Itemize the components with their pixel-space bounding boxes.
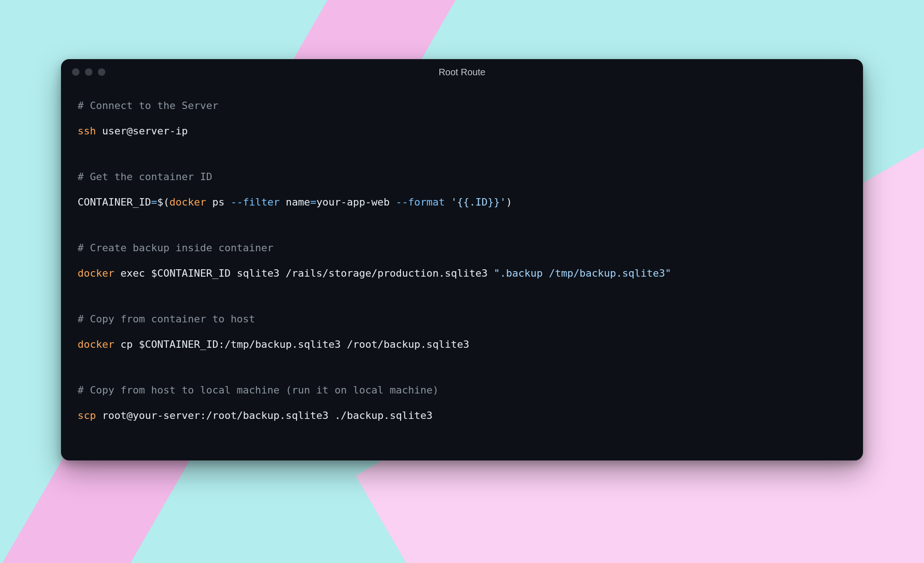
close-dot[interactable]	[72, 68, 79, 76]
variable-ref: $CONTAINER_ID	[151, 267, 231, 279]
variable-ref: $CONTAINER_ID	[139, 339, 218, 350]
command: docker	[78, 267, 114, 279]
equals: =	[310, 196, 316, 208]
string: '{{.ID}}'	[451, 196, 506, 208]
variable-name: CONTAINER_ID	[78, 196, 151, 208]
args: exec	[114, 267, 151, 279]
terminal-window: Root Route # Connect to the Serverssh us…	[61, 59, 863, 460]
args: sqlite3 /rails/storage/production.sqlite…	[231, 267, 494, 279]
minimize-dot[interactable]	[85, 68, 92, 76]
args: cp	[114, 339, 139, 350]
flag: --filter	[231, 196, 280, 208]
args: your-app-web	[316, 196, 396, 208]
args: ps	[206, 196, 231, 208]
args: :/tmp/backup.sqlite3 /root/backup.sqlite…	[219, 339, 469, 350]
equals: =	[151, 196, 157, 208]
args	[445, 196, 451, 208]
comment: # Connect to the Server	[78, 100, 219, 111]
comment: # Copy from container to host	[78, 313, 255, 325]
command: docker	[170, 196, 206, 208]
window-title: Root Route	[61, 67, 863, 78]
subshell-close: )	[506, 196, 512, 208]
command: ssh	[78, 125, 96, 137]
window-controls	[72, 68, 105, 76]
comment: # Create backup inside container	[78, 242, 274, 254]
comment: # Copy from host to local machine (run i…	[78, 384, 438, 396]
comment: # Get the container ID	[78, 171, 212, 182]
titlebar: Root Route	[61, 59, 863, 85]
command: docker	[78, 339, 114, 350]
command: scp	[78, 410, 96, 421]
subshell-open: $(	[157, 196, 170, 208]
code-area[interactable]: # Connect to the Serverssh user@server-i…	[61, 85, 863, 440]
maximize-dot[interactable]	[98, 68, 105, 76]
args: name	[280, 196, 310, 208]
string: ".backup /tmp/backup.sqlite3"	[494, 267, 671, 279]
args: root@your-server:/root/backup.sqlite3 ./…	[96, 410, 432, 421]
flag: --format	[396, 196, 445, 208]
args: user@server-ip	[96, 125, 188, 137]
